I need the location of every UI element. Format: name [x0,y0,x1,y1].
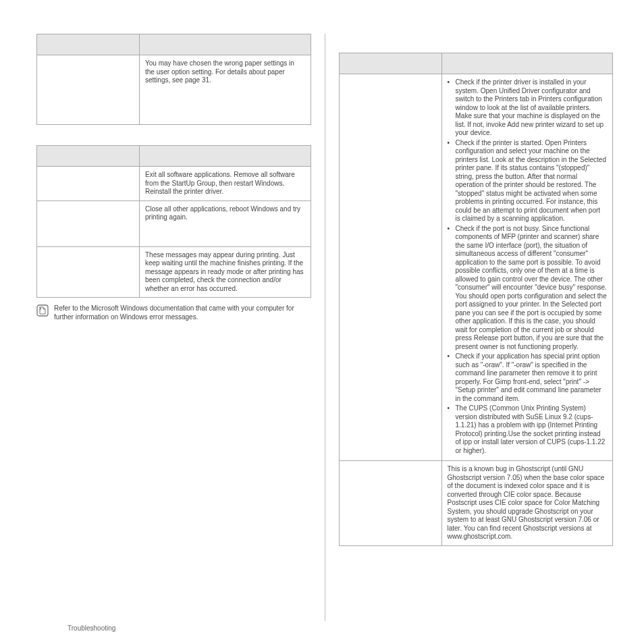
problem-cell [339,461,441,546]
table-header-cell [441,53,613,74]
solution-cell: You may have chosen the wrong paper sett… [140,55,311,125]
list-item: The CUPS (Common Unix Printing System) v… [448,404,608,455]
note: Refer to the Microsoft Windows documenta… [36,304,311,321]
table-row: You may have chosen the wrong paper sett… [37,55,311,125]
solution-cell: Check if the printer driver is installed… [441,74,613,461]
table-header-cell [339,53,441,74]
table-paper-settings: You may have chosen the wrong paper sett… [36,34,311,125]
list-item: Check if the port is not busy. Since fun… [448,225,608,352]
problem-cell [37,246,140,298]
bullet-list: Check if the printer driver is installed… [448,78,608,455]
problem-cell [37,200,140,246]
solution-cell: This is a known bug in Ghostscript (unti… [441,461,613,546]
list-item: Check if your application has special pr… [448,352,608,403]
left-column: You may have chosen the wrong paper sett… [36,34,325,621]
list-item: Check if the printer driver is installed… [448,78,608,138]
table-header-cell [140,34,311,55]
solution-cell: Close all other applications, reboot Win… [140,200,311,246]
table-linux-problems: Check if the printer driver is installed… [339,53,614,546]
table-header-cell [37,146,140,167]
list-item: Check if the printer is started. Open Pr… [448,139,608,223]
solution-cell: These messages may appear during printin… [140,246,311,298]
problem-cell [37,167,140,201]
table-header-cell [37,34,140,55]
table-row: These messages may appear during printin… [37,246,311,298]
table-row: Close all other applications, reboot Win… [37,200,311,246]
note-text: Refer to the Microsoft Windows documenta… [54,304,311,321]
solution-cell: Exit all software applications. Remove a… [140,167,311,201]
problem-cell [37,55,140,125]
table-row: This is a known bug in Ghostscript (unti… [339,461,613,546]
note-icon [36,304,49,317]
table-row: Check if the printer driver is installed… [339,74,613,461]
footer-label: Troubleshooting [68,624,115,632]
table-header-cell [140,146,311,167]
right-column: Check if the printer driver is installed… [325,34,614,621]
svg-rect-0 [37,305,48,316]
table-windows-problems: Exit all software applications. Remove a… [36,145,311,298]
table-row: Exit all software applications. Remove a… [37,167,311,201]
problem-cell [339,74,441,461]
